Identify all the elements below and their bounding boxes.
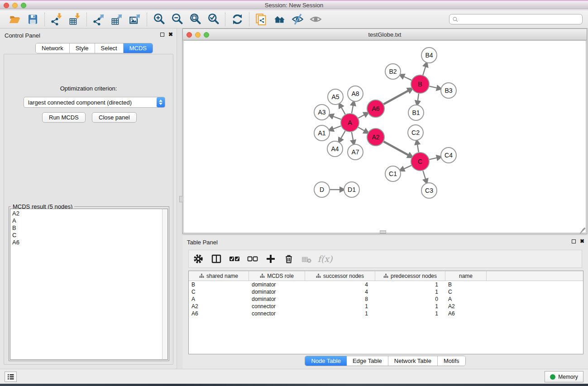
import-table-icon[interactable] bbox=[66, 13, 84, 26]
save-icon[interactable] bbox=[24, 13, 42, 26]
select-all-icon[interactable] bbox=[229, 253, 240, 265]
graph-node[interactable]: B3 bbox=[441, 83, 456, 98]
column-header-shared-name[interactable]: shared name bbox=[189, 271, 249, 281]
graph-node[interactable]: B bbox=[411, 75, 429, 93]
refresh-icon[interactable] bbox=[228, 13, 246, 26]
graph-edge[interactable] bbox=[352, 132, 354, 141]
graph-node[interactable]: B2 bbox=[385, 64, 401, 79]
graph-edge[interactable] bbox=[417, 144, 419, 152]
graph-node[interactable]: C2 bbox=[408, 125, 423, 140]
graph-edge[interactable] bbox=[358, 114, 364, 118]
graph-node[interactable]: B4 bbox=[421, 48, 437, 63]
graph-node[interactable]: C3 bbox=[421, 183, 437, 198]
export-table-icon[interactable] bbox=[108, 13, 126, 26]
resize-grip[interactable] bbox=[578, 225, 585, 232]
column-header-successor-nodes[interactable]: successor nodes bbox=[305, 271, 375, 281]
graph-edge[interactable] bbox=[423, 67, 425, 75]
graph-node[interactable]: D1 bbox=[344, 182, 359, 197]
open-folder-icon[interactable] bbox=[5, 13, 24, 26]
graph-edge[interactable] bbox=[423, 171, 425, 179]
graph-edge[interactable] bbox=[341, 107, 345, 114]
graph-node[interactable]: C4 bbox=[441, 148, 456, 163]
close-table-panel-icon[interactable]: ✖ bbox=[580, 239, 584, 243]
graph-node[interactable]: A5 bbox=[328, 89, 343, 105]
tab-network-table[interactable]: Network Table bbox=[388, 356, 438, 366]
graph-node[interactable]: A1 bbox=[314, 125, 330, 141]
add-icon[interactable] bbox=[265, 253, 277, 265]
result-list-item[interactable]: C bbox=[12, 232, 162, 239]
graph-edge[interactable] bbox=[333, 116, 341, 119]
graph-node[interactable]: A3 bbox=[314, 105, 330, 120]
zoom-out-icon[interactable] bbox=[168, 13, 186, 26]
tab-select[interactable]: Select bbox=[95, 43, 124, 53]
graph-node[interactable]: A4 bbox=[327, 141, 343, 157]
columns-icon[interactable] bbox=[210, 253, 222, 265]
graph-edge[interactable] bbox=[418, 94, 419, 101]
tab-mcds[interactable]: MCDS bbox=[124, 43, 153, 53]
graph-edge[interactable] bbox=[430, 158, 437, 160]
zoom-fit-icon[interactable] bbox=[186, 13, 204, 26]
column-header-predecessor-nodes[interactable]: predecessor nodes bbox=[375, 271, 445, 281]
result-list-item[interactable]: A bbox=[12, 217, 162, 224]
graph-edge[interactable] bbox=[358, 127, 364, 131]
graph-node[interactable]: A8 bbox=[348, 86, 363, 101]
result-scrollbar[interactable] bbox=[162, 209, 168, 360]
deselect-all-icon[interactable] bbox=[247, 253, 258, 265]
graph-edge[interactable] bbox=[404, 76, 411, 80]
export-network-icon[interactable] bbox=[90, 13, 108, 26]
home-icon[interactable] bbox=[270, 13, 288, 26]
table-row[interactable]: Bdominator41B bbox=[189, 281, 583, 288]
table-row[interactable]: Adominator80A bbox=[189, 295, 583, 303]
tab-edge-table[interactable]: Edge Table bbox=[347, 356, 388, 366]
criterion-dropdown[interactable]: largest connected component (directed) bbox=[24, 97, 165, 108]
horizontal-splitter-handle[interactable] bbox=[380, 230, 386, 234]
vertical-splitter-handle[interactable] bbox=[179, 196, 183, 202]
graph-edge[interactable] bbox=[352, 105, 353, 114]
graph-node[interactable]: A6 bbox=[367, 100, 384, 117]
close-panel-button[interactable]: Close panel bbox=[92, 112, 137, 123]
float-table-panel-icon[interactable] bbox=[572, 239, 576, 243]
gear-icon[interactable] bbox=[192, 253, 204, 265]
search-input[interactable] bbox=[459, 15, 582, 24]
table-row[interactable]: A6connector11A6 bbox=[189, 310, 583, 317]
network-window-titlebar[interactable]: testGlobe.txt bbox=[183, 29, 587, 40]
run-mcds-button[interactable]: Run MCDS bbox=[42, 112, 86, 123]
graph-edge[interactable] bbox=[384, 91, 409, 104]
result-list-item[interactable]: B bbox=[12, 224, 162, 232]
import-network-icon[interactable] bbox=[48, 13, 66, 26]
table-row[interactable]: Cdominator41C bbox=[189, 288, 583, 295]
search-field[interactable] bbox=[449, 14, 583, 24]
graph-node[interactable]: B1 bbox=[408, 105, 424, 120]
column-header-MCDS-role[interactable]: MCDS role bbox=[249, 271, 305, 281]
tab-motifs[interactable]: Motifs bbox=[438, 356, 465, 366]
tab-node-table[interactable]: Node Table bbox=[305, 356, 347, 366]
network-canvas[interactable]: B4 B2 B B3 B1 A5 A8 A6 A3 A A1 A2 C2 bbox=[183, 40, 586, 233]
graph-node[interactable]: D bbox=[314, 182, 330, 197]
graph-node[interactable]: A7 bbox=[348, 144, 363, 160]
result-list-item[interactable]: A6 bbox=[12, 239, 162, 246]
export-image-icon[interactable] bbox=[126, 13, 144, 26]
hide-eye-icon[interactable] bbox=[288, 13, 306, 26]
graph-edge[interactable] bbox=[333, 126, 341, 129]
show-eye-icon[interactable] bbox=[306, 13, 325, 26]
float-panel-icon[interactable] bbox=[160, 33, 164, 37]
graph-node[interactable]: A bbox=[341, 114, 359, 132]
zoom-in-icon[interactable] bbox=[150, 13, 168, 26]
graph-node[interactable]: C bbox=[411, 152, 429, 171]
zoom-selected-icon[interactable] bbox=[204, 13, 222, 26]
graph-edge[interactable] bbox=[384, 142, 409, 155]
task-history-button[interactable] bbox=[5, 372, 17, 382]
memory-button[interactable]: Memory bbox=[545, 371, 583, 382]
copy-network-icon[interactable] bbox=[252, 13, 270, 26]
tab-style[interactable]: Style bbox=[70, 43, 95, 53]
delete-icon[interactable] bbox=[283, 253, 295, 265]
close-panel-icon[interactable]: ✖ bbox=[168, 32, 173, 37]
column-header-name[interactable]: name bbox=[445, 271, 487, 281]
graph-edge[interactable] bbox=[430, 86, 437, 88]
tab-network[interactable]: Network bbox=[36, 43, 70, 53]
graph-edge[interactable] bbox=[404, 166, 411, 169]
graph-node[interactable]: C1 bbox=[385, 166, 401, 181]
result-list-item[interactable]: A2 bbox=[12, 210, 162, 217]
graph-node[interactable]: A2 bbox=[367, 129, 384, 146]
table-row[interactable]: A2connector11A2 bbox=[189, 303, 583, 310]
